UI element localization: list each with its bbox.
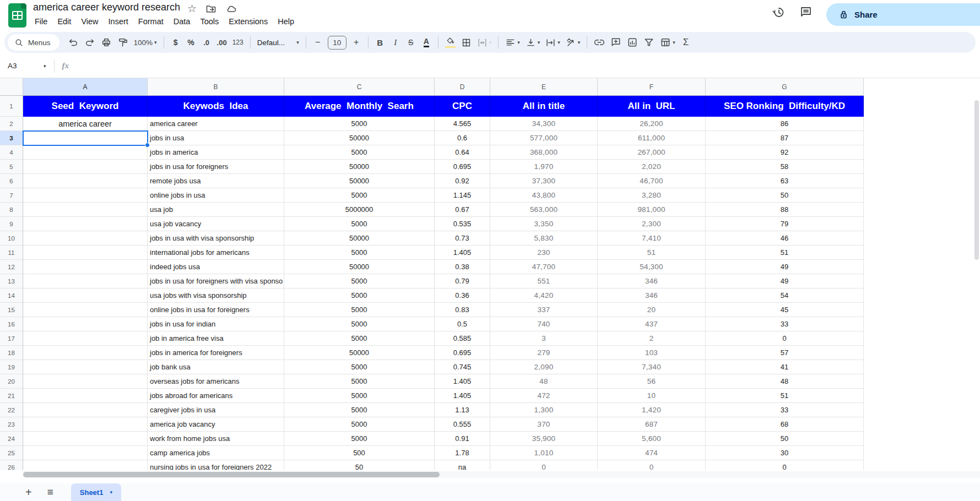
- cell-G26[interactable]: 0: [706, 460, 864, 470]
- share-button[interactable]: Share: [826, 3, 980, 26]
- cell-A5[interactable]: [23, 160, 148, 174]
- row-header-23[interactable]: 23: [0, 417, 23, 432]
- row-header-26[interactable]: 26: [0, 460, 23, 470]
- horizontal-scrollbar-thumb[interactable]: [23, 472, 440, 477]
- cell-D8[interactable]: 0.67: [435, 203, 490, 217]
- version-history-icon[interactable]: [772, 6, 785, 19]
- cell-A8[interactable]: [23, 203, 148, 217]
- menu-data[interactable]: Data: [169, 15, 196, 28]
- cell-A25[interactable]: [23, 446, 148, 460]
- cell-D2[interactable]: 4.565: [435, 117, 490, 131]
- cell-E18[interactable]: 279: [490, 346, 598, 360]
- cell-C21[interactable]: 5000: [284, 389, 435, 403]
- cell-C13[interactable]: 5000: [284, 274, 435, 288]
- row-header-16[interactable]: 16: [0, 317, 23, 331]
- text-wrap-button[interactable]: ▾: [543, 35, 563, 50]
- cell-G15[interactable]: 45: [706, 303, 864, 317]
- cell-F10[interactable]: 7,410: [598, 231, 706, 246]
- menu-insert[interactable]: Insert: [104, 15, 133, 28]
- cell-D25[interactable]: 1.78: [435, 446, 490, 460]
- cell-E25[interactable]: 1,010: [490, 446, 598, 460]
- menus-search-button[interactable]: Menus: [8, 34, 59, 51]
- column-header-F[interactable]: F: [598, 78, 706, 96]
- row-header-22[interactable]: 22: [0, 403, 23, 417]
- redo-button[interactable]: [82, 35, 98, 50]
- cell-G23[interactable]: 68: [706, 417, 864, 432]
- cell-B17[interactable]: job in america free visa: [148, 331, 284, 346]
- column-header-E[interactable]: E: [490, 78, 598, 96]
- cell-F8[interactable]: 981,000: [598, 203, 706, 217]
- cell-B14[interactable]: usa jobs with visa sponsorship: [148, 288, 284, 303]
- cell-B18[interactable]: jobs in america for foreigners: [148, 346, 284, 360]
- comments-icon[interactable]: [799, 6, 813, 19]
- cell-A9[interactable]: [23, 217, 148, 231]
- cell-E22[interactable]: 1,300: [490, 403, 598, 417]
- cell-D17[interactable]: 0.585: [435, 331, 490, 346]
- cell-A7[interactable]: [23, 188, 148, 203]
- horizontal-align-button[interactable]: ▾: [502, 35, 523, 50]
- italic-button[interactable]: I: [388, 35, 403, 50]
- cell-F7[interactable]: 3,280: [598, 188, 706, 203]
- column-header-B[interactable]: B: [148, 78, 284, 96]
- cell-B8[interactable]: usa job: [148, 203, 284, 217]
- cell-E2[interactable]: 34,300: [490, 117, 598, 131]
- menu-format[interactable]: Format: [133, 15, 169, 28]
- bold-button[interactable]: B: [372, 35, 388, 50]
- select-all-corner[interactable]: [0, 78, 23, 96]
- cell-C26[interactable]: 50: [284, 460, 435, 470]
- cell-C19[interactable]: 5000: [284, 360, 435, 374]
- column-header-G[interactable]: G: [706, 78, 864, 96]
- cell-G5[interactable]: 58: [706, 160, 864, 174]
- cell-C11[interactable]: 5000: [284, 246, 435, 260]
- cell-B24[interactable]: work from home jobs usa: [148, 432, 284, 446]
- cell-F21[interactable]: 10: [598, 389, 706, 403]
- row-header-17[interactable]: 17: [0, 331, 23, 346]
- cell-B10[interactable]: jobs in usa with visa sponsorship: [148, 231, 284, 246]
- row-header-15[interactable]: 15: [0, 303, 23, 317]
- row-header-5[interactable]: 5: [0, 160, 23, 174]
- increase-decimal-button[interactable]: .00: [214, 35, 230, 50]
- cell-C18[interactable]: 50000: [284, 346, 435, 360]
- cell-C23[interactable]: 5000: [284, 417, 435, 432]
- cell-E9[interactable]: 3,350: [490, 217, 598, 231]
- table-views-button[interactable]: ▾: [657, 35, 678, 50]
- cell-C25[interactable]: 500: [284, 446, 435, 460]
- format-percent-button[interactable]: %: [183, 35, 199, 50]
- formula-input[interactable]: [69, 54, 980, 78]
- print-button[interactable]: [98, 35, 115, 50]
- create-filter-button[interactable]: [641, 35, 657, 50]
- cell-B19[interactable]: job bank usa: [148, 360, 284, 374]
- cell-G6[interactable]: 63: [706, 174, 864, 188]
- cell-E7[interactable]: 43,800: [490, 188, 598, 203]
- cell-F2[interactable]: 26,200: [598, 117, 706, 131]
- row-header-14[interactable]: 14: [0, 288, 23, 303]
- cell-E5[interactable]: 1,970: [490, 160, 598, 174]
- cell-B6[interactable]: remote jobs usa: [148, 174, 284, 188]
- cell-G9[interactable]: 79: [706, 217, 864, 231]
- cell-D16[interactable]: 0.5: [435, 317, 490, 331]
- selected-cell-outline[interactable]: [23, 130, 148, 146]
- cell-A19[interactable]: [23, 360, 148, 374]
- cell-D10[interactable]: 0.73: [435, 231, 490, 246]
- header-cell-A1[interactable]: Seed Keyword: [23, 96, 148, 117]
- header-cell-F1[interactable]: All in URL: [598, 96, 706, 117]
- cell-E11[interactable]: 230: [490, 246, 598, 260]
- cell-G10[interactable]: 46: [706, 231, 864, 246]
- cell-A6[interactable]: [23, 174, 148, 188]
- cell-F20[interactable]: 56: [598, 374, 706, 389]
- cell-E21[interactable]: 472: [490, 389, 598, 403]
- cell-E13[interactable]: 551: [490, 274, 598, 288]
- cell-F22[interactable]: 1,420: [598, 403, 706, 417]
- row-header-2[interactable]: 2: [0, 117, 23, 131]
- sheets-logo-icon[interactable]: [8, 3, 26, 28]
- cell-A24[interactable]: [23, 432, 148, 446]
- cell-C6[interactable]: 50000: [284, 174, 435, 188]
- row-header-13[interactable]: 13: [0, 274, 23, 288]
- cell-F17[interactable]: 2: [598, 331, 706, 346]
- cell-C8[interactable]: 5000000: [284, 203, 435, 217]
- cell-B2[interactable]: america career: [148, 117, 284, 131]
- cell-B5[interactable]: jobs in usa for foreigners: [148, 160, 284, 174]
- cell-A20[interactable]: [23, 374, 148, 389]
- cell-G22[interactable]: 33: [706, 403, 864, 417]
- cell-D11[interactable]: 1.405: [435, 246, 490, 260]
